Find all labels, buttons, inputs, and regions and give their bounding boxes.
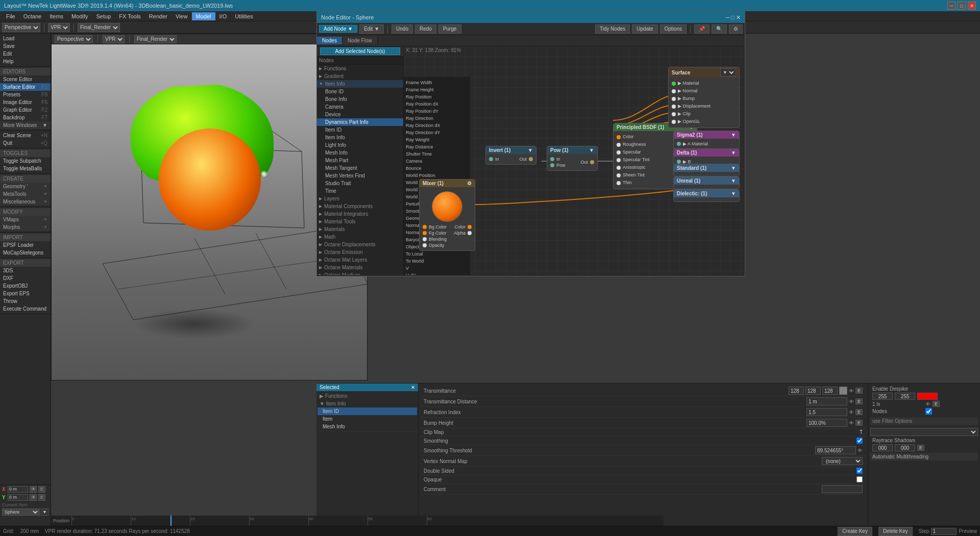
add-selected-node-btn[interactable]: Add Selected Node(s) [320,47,400,55]
mocap-btn[interactable]: MoCapSkelegons [0,249,51,257]
create-key-btn[interactable]: Create Key [838,527,872,536]
vmaps-group[interactable]: VMaps▼ [0,216,51,223]
refraction-input[interactable] [806,408,847,416]
light-info-item[interactable]: Light Info [317,141,403,149]
menu-fxtools[interactable]: FX Tools [115,12,145,20]
mesh-tangent-item[interactable]: Mesh Tangent [317,164,403,172]
color-swatch-right[interactable] [917,393,938,400]
color-g-input[interactable] [895,393,915,400]
export-dxf-btn[interactable]: DXF [0,274,51,282]
bone-id-item[interactable]: Bone ID [317,88,403,95]
update-btn[interactable]: Update [632,24,657,34]
save-btn[interactable]: Save [0,42,51,50]
shadow-r-input[interactable] [872,444,893,451]
material-integrators-group[interactable]: ▶ Material Integrators [317,210,403,218]
transmittance-dist-input[interactable] [806,397,847,405]
node-mixer[interactable]: Mixer (1) ⚙ Bg Color Color Fg Color Alph… [419,179,475,251]
backdrop-btn[interactable]: BackdropF7 [0,114,51,121]
perspective-select[interactable]: Perspective [2,23,40,32]
delete-key-btn[interactable]: Delete Key [878,527,913,536]
item-id-item[interactable]: Item ID [317,126,403,134]
x-e-btn[interactable]: E [38,486,45,493]
geometry-group[interactable]: Geometry '▼ [0,183,51,190]
morphs-group[interactable]: Morphs▼ [0,223,51,231]
smoothing-threshold-eye[interactable]: 👁 [857,448,863,453]
mesh-vertex-find-item[interactable]: Mesh Vertex Find [317,172,403,180]
gradient-group[interactable]: ▶ Gradient [317,72,403,80]
layers-group[interactable]: ▶ Layers [317,195,403,202]
invert-dropdown[interactable]: ▼ [528,147,533,153]
options-btn[interactable]: Options [660,24,687,34]
menu-view[interactable]: View [172,12,192,20]
props-item-item[interactable]: Item [317,415,417,423]
transmittance-eye-btn[interactable]: 👁 [849,388,854,394]
menu-modify[interactable]: Modify [67,12,92,20]
node-standard1[interactable]: Standard (1)▼ [673,164,740,176]
studio-trait-item[interactable]: Studio Trait [317,180,403,187]
tab-nodes[interactable]: Nodes [317,37,342,44]
functions-group[interactable]: ▶ Functions [317,65,403,72]
node-canvas[interactable]: X: 31 Y: 138 Zoom: 91% Frame Width Fram [404,46,745,275]
current-item-select[interactable]: Sphere [2,508,40,516]
bump-height-eye[interactable]: 👁 [849,420,854,426]
item-info-item[interactable]: Item Info [317,134,403,141]
graph-editor-btn[interactable]: Graph EditorF2 [0,106,51,114]
quit-btn[interactable]: Quit+Q [0,139,51,147]
opaque-checkbox[interactable] [856,476,863,482]
edit-btn[interactable]: Edit [0,50,51,58]
export-3ds-btn[interactable]: 3DS [0,267,51,274]
comment-input[interactable] [822,485,863,493]
viewport-render-select[interactable]: VPR [103,35,125,43]
y-axis-input[interactable] [8,494,28,501]
menu-setup[interactable]: Setup [92,12,115,20]
menu-model[interactable]: Model [192,12,215,20]
transmittance-dist-eye[interactable]: 👁 [849,399,854,404]
undo-btn[interactable]: Undo [391,24,413,34]
viewport-final-select[interactable]: Final_Render [134,35,177,43]
export-eps-btn[interactable]: Export EPS [0,290,51,297]
node-surface[interactable]: Surface ▼ ▶ Material ▶ Normal ▶ Bump ▶ D… [668,67,740,128]
bump-height-e[interactable]: E [855,420,863,426]
menu-render[interactable]: Render [145,12,172,20]
menu-items[interactable]: Items [45,12,67,20]
close-btn[interactable]: ✕ [968,2,976,10]
octane-materials-group[interactable]: ▶ Octane Materials [317,264,403,271]
frame-ruler[interactable]: 0 10 20 30 40 50 60 [71,516,664,526]
help-btn[interactable]: Help [0,58,51,65]
transmittance-g[interactable] [805,387,821,395]
pow-dropdown[interactable]: ▼ [589,147,594,153]
transmittance-b[interactable] [822,387,838,395]
filter-options-select[interactable] [870,428,978,436]
add-node-btn[interactable]: Add Node ▼ [319,25,357,33]
material-components-group[interactable]: ▶ Material Components [317,202,403,210]
load-btn[interactable]: Load [0,35,51,42]
time-item[interactable]: Time [317,187,403,195]
presets-btn[interactable]: PresetsF8 [0,91,51,98]
epsf-loader-btn[interactable]: EPSF Loader [0,241,51,249]
lx-eye[interactable]: 👁 [925,401,930,407]
bone-info-item[interactable]: Bone Info [317,95,403,103]
minimize-btn[interactable]: ─ [947,2,955,10]
bump-height-input[interactable] [806,419,847,427]
shadow-e-btn[interactable]: E [917,445,924,451]
render-select[interactable]: Final_Render [78,23,120,32]
transmittance-e-btn[interactable]: E [855,388,863,394]
node-invert[interactable]: Invert (1) ▼ In Out [485,146,536,165]
node-sigma2[interactable]: Sigma2 (1) ▼ ▶ A Material [673,131,740,149]
x-axis-input[interactable] [8,486,28,493]
octane-medium-group[interactable]: ▶ Octane Medium [317,271,403,275]
node-dielectric1[interactable]: Dielectic: (1)▼ [673,189,740,202]
surface-editor-btn[interactable]: Surface EditorF5 [0,83,51,91]
y-e-btn[interactable]: E [38,494,45,501]
scene-editor-btn[interactable]: Scene Editor [0,75,51,83]
search-ne-btn[interactable]: 🔍 [712,24,727,34]
clear-scene-btn[interactable]: Clear Scene+N [0,132,51,139]
props-mesh-info-item[interactable]: Mesh Info [317,423,417,430]
camera-item[interactable]: Camera [317,103,403,111]
transmittance-dist-e[interactable]: E [855,398,863,404]
octane-mat-layers-group[interactable]: ▶ Octane Mat Layers [317,256,403,264]
sigma2-dropdown[interactable]: ▼ [731,132,736,138]
mixer-node-settings[interactable]: ⚙ [467,181,472,186]
throw-btn[interactable]: Throw [0,297,51,305]
props-item-id-item[interactable]: Item ID [317,407,417,415]
